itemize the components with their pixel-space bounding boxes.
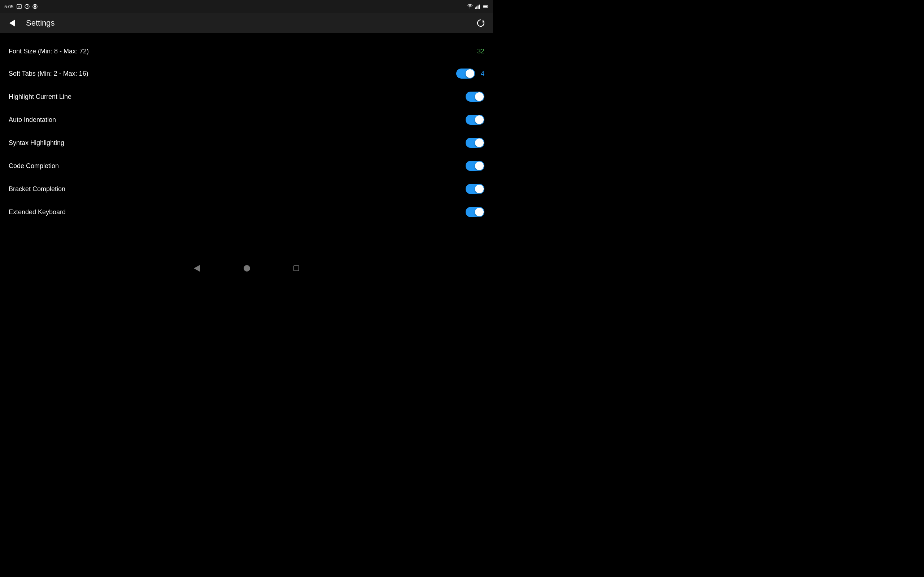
svg-rect-10 — [479, 5, 480, 9]
navigation-bar — [0, 259, 493, 277]
setting-font-size[interactable]: Font Size (Min: 8 - Max: 72) 32 — [0, 40, 493, 62]
signal-icon — [475, 3, 481, 10]
svg-point-6 — [34, 5, 36, 8]
svg-rect-12 — [488, 6, 488, 7]
circle-icon — [32, 3, 38, 10]
svg-rect-13 — [483, 5, 487, 7]
reset-button[interactable] — [474, 16, 487, 29]
nav-recents-button[interactable] — [294, 266, 299, 271]
soft-tabs-label: Soft Tabs (Min: 2 - Max: 16) — [9, 70, 89, 77]
nav-back-button[interactable] — [194, 265, 200, 272]
status-bar: 5:05 A — [0, 0, 493, 13]
reset-icon — [476, 18, 486, 28]
status-icons: A — [16, 3, 38, 10]
highlight-line-label: Highlight Current Line — [9, 93, 71, 101]
notification-a-icon: A — [16, 3, 22, 10]
setting-extended-keyboard[interactable]: Extended Keyboard — [0, 200, 493, 224]
syntax-highlighting-toggle[interactable] — [465, 138, 485, 148]
setting-highlight-line[interactable]: Highlight Current Line — [0, 85, 493, 108]
svg-rect-9 — [478, 5, 478, 9]
wifi-icon — [467, 3, 473, 10]
back-chevron-icon — [10, 19, 15, 27]
setting-bracket-completion[interactable]: Bracket Completion — [0, 177, 493, 200]
settings-content: Font Size (Min: 8 - Max: 72) 32 Soft Tab… — [0, 33, 493, 231]
back-button[interactable] — [6, 16, 19, 29]
status-right — [467, 3, 489, 10]
extended-keyboard-label: Extended Keyboard — [9, 208, 66, 216]
svg-line-4 — [27, 6, 28, 7]
setting-auto-indentation[interactable]: Auto Indentation — [0, 108, 493, 131]
soft-tabs-toggle[interactable] — [456, 69, 475, 79]
code-completion-toggle[interactable] — [465, 161, 485, 171]
bracket-completion-toggle[interactable] — [465, 184, 485, 194]
font-size-label: Font Size (Min: 8 - Max: 72) — [9, 48, 89, 55]
app-title: Settings — [26, 18, 55, 28]
syntax-highlighting-knob — [475, 139, 484, 147]
nav-home-button[interactable] — [244, 265, 250, 272]
app-bar-left: Settings — [6, 16, 55, 29]
code-completion-knob — [475, 161, 484, 170]
app-bar: Settings — [0, 13, 493, 33]
setting-code-completion[interactable]: Code Completion — [0, 154, 493, 177]
extended-keyboard-knob — [475, 208, 484, 216]
status-left: 5:05 A — [4, 3, 38, 10]
soft-tabs-value: 4 — [481, 70, 485, 77]
auto-indentation-label: Auto Indentation — [9, 116, 56, 124]
svg-rect-7 — [475, 8, 476, 9]
soft-tabs-knob — [465, 69, 474, 78]
battery-icon — [483, 3, 489, 10]
font-size-value: 32 — [477, 48, 485, 55]
bracket-completion-label: Bracket Completion — [9, 185, 65, 193]
highlight-line-knob — [475, 92, 484, 101]
clock-icon — [24, 3, 30, 10]
extended-keyboard-toggle[interactable] — [465, 207, 485, 217]
auto-indentation-knob — [475, 115, 484, 124]
status-time: 5:05 — [4, 4, 13, 10]
setting-syntax-highlighting[interactable]: Syntax Highlighting — [0, 131, 493, 154]
svg-rect-8 — [477, 6, 478, 9]
syntax-highlighting-label: Syntax Highlighting — [9, 139, 64, 147]
auto-indentation-toggle[interactable] — [465, 115, 485, 125]
setting-soft-tabs[interactable]: Soft Tabs (Min: 2 - Max: 16) 4 — [0, 62, 493, 85]
font-size-value-container: 32 — [477, 48, 485, 55]
bracket-completion-knob — [475, 185, 484, 193]
svg-text:A: A — [18, 5, 21, 8]
code-completion-label: Code Completion — [9, 162, 59, 170]
highlight-line-toggle[interactable] — [465, 92, 485, 102]
soft-tabs-controls: 4 — [456, 69, 485, 79]
